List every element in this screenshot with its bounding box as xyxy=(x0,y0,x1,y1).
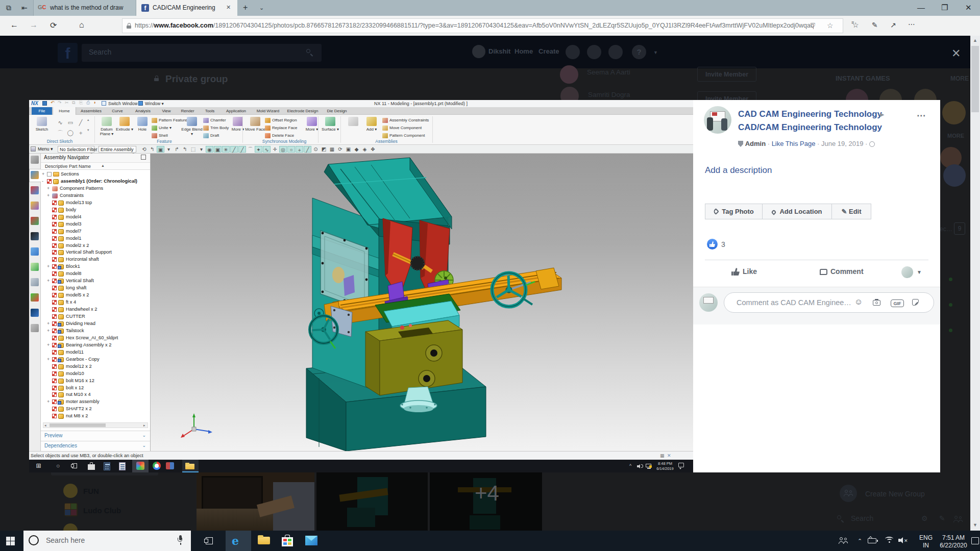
checkbox-checked[interactable] xyxy=(52,243,57,248)
hscroll-right-icon[interactable]: ▸ xyxy=(143,423,145,428)
user-avatar[interactable] xyxy=(472,45,485,58)
checkbox-checked[interactable] xyxy=(52,286,57,290)
paste-icon[interactable]: ⎘ xyxy=(79,100,83,106)
tree-row[interactable]: +Dividing Head xyxy=(41,320,150,328)
sketch-tool-icon[interactable]: ◯ xyxy=(66,128,75,137)
selection-icon[interactable]: ＋ xyxy=(296,146,303,153)
tree-row[interactable]: -assembly1 (Order: Chronological) xyxy=(41,178,150,185)
tree-row[interactable]: Hex Screw_AI_60_sldprt xyxy=(41,335,150,342)
expand-icon[interactable]: + xyxy=(47,342,50,347)
selection-icon[interactable]: ↱ xyxy=(173,146,181,153)
scroll-down-icon[interactable]: ▼ xyxy=(973,522,977,528)
nav-icon-circle[interactable] xyxy=(608,45,623,59)
tree-row[interactable]: model5 x 2 xyxy=(41,292,150,299)
tree-row[interactable]: model13 top xyxy=(41,199,150,207)
checkbox-checked[interactable] xyxy=(52,399,57,404)
selection-icon[interactable]: ✛ xyxy=(271,146,279,153)
status-close-icon[interactable]: ✕ xyxy=(667,453,671,458)
tag-photo-button[interactable]: Tag Photo xyxy=(705,204,763,219)
resource-part-navigator-icon[interactable] xyxy=(31,202,39,210)
store-icon[interactable] xyxy=(88,462,95,470)
tree-row[interactable]: nut M10 x 4 xyxy=(41,391,150,398)
selection-icon[interactable]: ◉ xyxy=(206,146,213,153)
expand-icon[interactable]: + xyxy=(42,171,44,177)
nx-tab-assemblies[interactable]: Assemblies xyxy=(77,107,106,115)
checkbox-unchecked[interactable] xyxy=(47,172,52,177)
sketch-tool-icon[interactable]: ▭ xyxy=(66,118,75,127)
tree-row[interactable]: +Tailstock xyxy=(41,328,150,335)
tray-network-icon[interactable] xyxy=(646,464,652,469)
share-icon[interactable]: ↗ xyxy=(890,21,896,29)
checkbox-checked[interactable] xyxy=(52,314,57,319)
nx-tab-home[interactable]: Home xyxy=(53,107,76,115)
navigator-float-icon[interactable] xyxy=(141,155,146,160)
expand-icon[interactable]: + xyxy=(47,186,50,191)
photo-viewer-image[interactable]: NX↶↷✂⧉⎘⎙◗Switch WindowWindow ▾NX 11 - Mo… xyxy=(29,100,693,472)
checkbox-checked[interactable] xyxy=(52,343,57,347)
post-thumbnail-more[interactable]: +4 xyxy=(430,472,542,531)
hscroll-left-icon[interactable]: ◂ xyxy=(44,423,46,428)
tree-row[interactable]: model2 x 2 xyxy=(41,242,150,249)
tree-row[interactable]: body xyxy=(41,207,150,214)
checkbox-checked[interactable] xyxy=(47,179,52,184)
touch-icon[interactable]: ◗ xyxy=(93,100,96,105)
selection-icon[interactable]: ∿ xyxy=(263,146,271,153)
checkbox-checked[interactable] xyxy=(52,407,57,411)
selection-icon[interactable]: ⬚ xyxy=(189,146,197,153)
favorite-star-icon[interactable]: ☆ xyxy=(827,21,834,30)
settings-gear-icon[interactable]: ⚙ xyxy=(921,514,928,522)
nav-user-name[interactable]: Dikshit xyxy=(488,47,510,55)
help-icon[interactable]: ? xyxy=(632,45,646,59)
sidebar-group-ludo[interactable]: Ludo Club xyxy=(83,506,121,515)
checkbox-checked[interactable] xyxy=(52,307,57,312)
url-box[interactable]: https://www.facebook.com/189120670430412… xyxy=(122,18,843,33)
search-icon[interactable] xyxy=(306,49,313,56)
checkbox-checked[interactable] xyxy=(52,271,57,276)
sketch-tool-icon[interactable]: ╱ xyxy=(76,118,85,127)
checkbox-checked[interactable] xyxy=(52,386,57,390)
tray-wifi-icon[interactable] xyxy=(885,537,894,544)
nx-tab-analysis[interactable]: Analysis xyxy=(129,107,157,115)
tab-close-icon[interactable]: ✕ xyxy=(226,4,231,11)
chrome-icon[interactable] xyxy=(153,462,161,470)
tray-volume-muted-icon[interactable]: ✕ xyxy=(898,537,909,544)
resource-gear-icon[interactable] xyxy=(31,156,39,164)
selection-icon[interactable]: ╱ xyxy=(238,146,246,153)
checkbox-checked[interactable] xyxy=(52,236,57,241)
tree-row[interactable]: +moter assembly xyxy=(41,398,150,406)
forward-icon[interactable]: → xyxy=(30,20,38,30)
checkbox-checked[interactable] xyxy=(52,357,57,362)
explorer-button[interactable] xyxy=(258,535,270,545)
camera-icon[interactable] xyxy=(873,299,881,306)
checkbox-checked[interactable] xyxy=(52,379,57,383)
selection-icon[interactable]: ◆ xyxy=(353,146,360,153)
tree-row[interactable]: model7 xyxy=(41,228,150,235)
tree-row[interactable]: ft x 4 xyxy=(41,299,150,306)
selection-icon[interactable]: ╱ xyxy=(230,146,238,153)
taskbar-search-box[interactable]: Search here xyxy=(23,531,191,551)
switch-window-label[interactable]: Switch Window xyxy=(108,101,138,106)
post-thumbnail-cad[interactable] xyxy=(316,472,428,531)
selection-icon[interactable]: ⌒ xyxy=(247,146,254,153)
checkbox-checked[interactable] xyxy=(52,300,57,305)
new-tab-button[interactable]: + xyxy=(243,3,248,12)
microphone-icon[interactable] xyxy=(178,535,184,545)
preview-section[interactable]: Preview⌄ xyxy=(41,431,150,440)
tray-chevron-icon[interactable]: ^ xyxy=(629,463,631,468)
tree-row[interactable]: bolt x 12 xyxy=(41,385,150,392)
tree-row[interactable]: +Gearbox - Copy xyxy=(41,356,150,363)
notification-icon[interactable] xyxy=(678,463,685,469)
tree-row[interactable]: +Constraints xyxy=(41,192,150,199)
tray-volume-icon[interactable] xyxy=(637,464,643,469)
tree-row[interactable]: nut M8 x 2 xyxy=(41,413,150,420)
add-description-link[interactable]: Add a description xyxy=(705,165,772,176)
invite-member-button[interactable]: Invite Member xyxy=(697,67,756,82)
checkbox-checked[interactable] xyxy=(52,321,57,326)
scroll-up-icon[interactable]: ▲ xyxy=(973,38,977,43)
cut-icon[interactable]: ✂ xyxy=(65,100,69,105)
emoji-icon[interactable]: ☺ xyxy=(854,297,863,307)
window-menu-label[interactable]: Window ▾ xyxy=(145,101,164,106)
resource-internet-icon[interactable] xyxy=(31,247,39,256)
resource-history-icon[interactable] xyxy=(31,278,39,286)
reading-view-icon[interactable]: ⛉ xyxy=(811,22,815,29)
